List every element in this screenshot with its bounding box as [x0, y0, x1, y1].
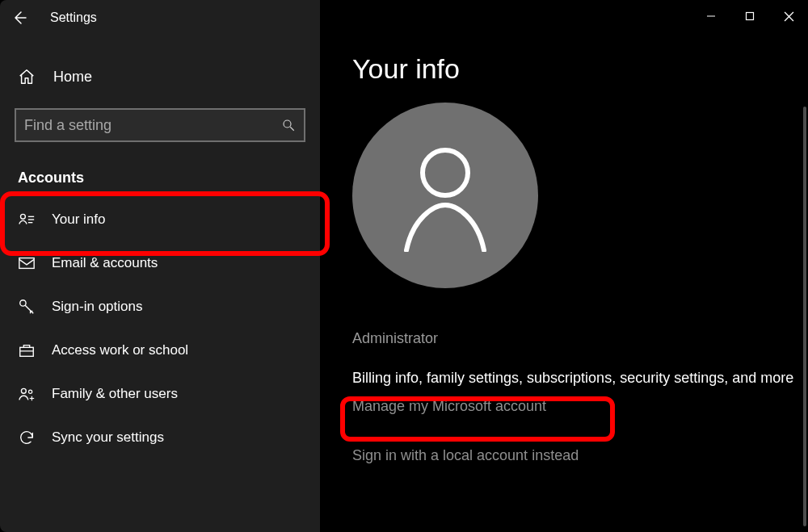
sidebar-item-access-work-school[interactable]: Access work or school — [0, 329, 320, 372]
scrollbar[interactable] — [803, 107, 806, 526]
sync-icon — [18, 429, 36, 446]
svg-rect-14 — [747, 13, 754, 20]
sidebar-item-label: Your info — [52, 212, 105, 228]
search-input[interactable] — [24, 117, 281, 134]
section-title-accounts: Accounts — [18, 170, 320, 186]
page-title: Your info — [352, 53, 808, 85]
sidebar-item-email-accounts[interactable]: Email & accounts — [0, 241, 320, 285]
role-label: Administrator — [352, 330, 808, 347]
sidebar-item-label: Family & other users — [52, 386, 178, 402]
sidebar-nav: Your info Email & accounts Sign-in optio… — [0, 198, 320, 459]
sidebar-item-your-info[interactable]: Your info — [0, 198, 320, 241]
svg-rect-6 — [19, 258, 34, 269]
svg-point-0 — [284, 120, 291, 128]
sidebar-item-label: Sync your settings — [52, 429, 164, 446]
sidebar-item-label: Access work or school — [52, 342, 188, 358]
search-icon — [281, 118, 296, 132]
briefcase-icon — [18, 341, 36, 359]
person-card-icon — [18, 211, 36, 228]
search-container — [15, 108, 305, 142]
home-icon — [18, 68, 36, 86]
sidebar-item-family-users[interactable]: Family & other users — [0, 372, 320, 416]
svg-line-1 — [290, 127, 294, 131]
home-label: Home — [53, 69, 92, 86]
sidebar-item-label: Email & accounts — [52, 255, 158, 271]
svg-rect-8 — [20, 347, 34, 356]
sidebar-item-sync-settings[interactable]: Sync your settings — [0, 416, 320, 459]
maximize-button[interactable] — [730, 0, 769, 32]
key-icon — [18, 298, 36, 316]
svg-point-17 — [423, 150, 468, 195]
people-icon — [18, 385, 36, 403]
sidebar-home[interactable]: Home — [0, 58, 320, 95]
user-icon — [397, 139, 494, 252]
search-box[interactable] — [15, 108, 305, 142]
avatar — [352, 103, 538, 288]
app-title: Settings — [50, 10, 97, 25]
sidebar-header: Settings — [0, 0, 320, 36]
settings-window: Settings Home Accounts Your info — [0, 0, 808, 532]
svg-point-7 — [20, 300, 26, 306]
local-account-link[interactable]: Sign in with a local account instead — [352, 447, 808, 464]
main-content: Your info Administrator Billing info, fa… — [320, 0, 808, 532]
window-controls — [692, 0, 808, 32]
svg-point-10 — [28, 390, 32, 393]
sidebar-item-signin-options[interactable]: Sign-in options — [0, 285, 320, 329]
svg-point-2 — [20, 214, 25, 219]
close-button[interactable] — [769, 0, 808, 32]
back-icon[interactable] — [11, 10, 27, 26]
sidebar-item-label: Sign-in options — [52, 299, 142, 315]
mail-icon — [18, 254, 36, 272]
svg-point-9 — [21, 388, 26, 393]
minimize-button[interactable] — [692, 0, 730, 32]
account-description: Billing info, family settings, subscript… — [352, 370, 808, 387]
manage-account-link[interactable]: Manage my Microsoft account — [352, 398, 808, 415]
sidebar: Settings Home Accounts Your info — [0, 0, 320, 532]
